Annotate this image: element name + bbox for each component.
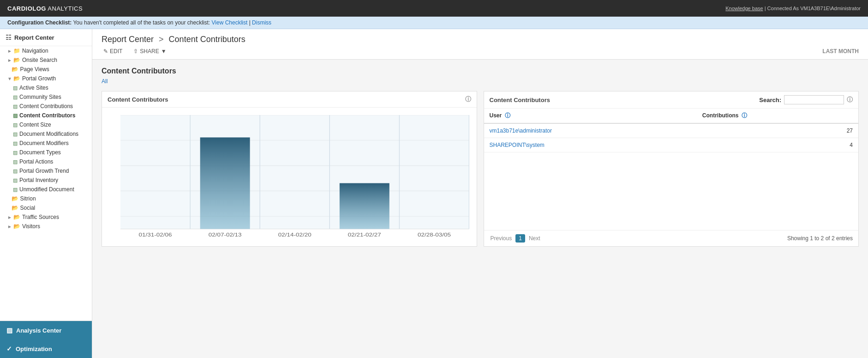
current-page[interactable]: 1 bbox=[515, 234, 525, 243]
sidebar: ☷ Report Center ► 📁 Navigation ► 📂 Onsit… bbox=[0, 29, 92, 358]
breadcrumb-current: Content Contributors bbox=[169, 35, 245, 44]
top-bar: CARDIOLOG ANALYTICS Knowledge base | Con… bbox=[0, 0, 868, 17]
toolbar: ✎ EDIT ⇧ SHARE ▼ LAST MONTH bbox=[102, 47, 859, 55]
sidebar-item-social[interactable]: 📂 Social bbox=[0, 203, 92, 212]
analysis-center-tab[interactable]: ▨ Analysis Center bbox=[0, 321, 92, 340]
sidebar-item-content-contributions[interactable]: ▨ Content Contributions bbox=[0, 102, 92, 111]
item-label: Community Sites bbox=[19, 94, 61, 100]
analysis-center-label: Analysis Center bbox=[16, 327, 61, 334]
table-row: vm1a3b71e\administrator 27 bbox=[484, 123, 859, 138]
folder-icon: 📂 bbox=[13, 75, 20, 82]
filter-row[interactable]: All bbox=[102, 78, 859, 85]
optimization-tab[interactable]: ✓ Optimization bbox=[0, 340, 92, 358]
sidebar-item-traffic-sources[interactable]: ► 📂 Traffic Sources bbox=[0, 212, 92, 222]
top-bar-right: Knowledge base | Connected As VM1A3B71E\… bbox=[725, 6, 861, 11]
chart-help-icon[interactable]: ⓘ bbox=[465, 95, 471, 103]
two-column-layout: Content Contributors ⓘ bbox=[102, 91, 859, 247]
expand-icon bbox=[7, 206, 10, 211]
sidebar-item-document-types[interactable]: ▨ Document Types bbox=[0, 148, 92, 157]
svg-text:02/07-02/13: 02/07-02/13 bbox=[209, 232, 242, 238]
expand-icon: ► bbox=[7, 215, 12, 220]
expand-icon bbox=[7, 196, 10, 201]
edit-button[interactable]: ✎ EDIT bbox=[102, 47, 124, 55]
search-input[interactable] bbox=[784, 95, 844, 104]
item-label: Active Sites bbox=[19, 85, 48, 91]
item-label: Sitrion bbox=[20, 195, 36, 202]
item-label: Portal Actions bbox=[19, 158, 53, 165]
chart-icon: ▨ bbox=[13, 159, 18, 165]
table-panel-header: Content Contributors Search: ⓘ bbox=[484, 91, 859, 109]
sidebar-item-portal-inventory[interactable]: ▨ Portal Inventory bbox=[0, 176, 92, 185]
sidebar-item-community-sites[interactable]: ▨ Community Sites bbox=[0, 92, 92, 102]
filter-value: All bbox=[102, 78, 108, 85]
item-label: Portal Inventory bbox=[19, 177, 58, 183]
next-page-button[interactable]: Next bbox=[528, 234, 541, 243]
svg-text:01/31-02/06: 01/31-02/06 bbox=[139, 232, 172, 238]
folder-icon: 📂 bbox=[12, 195, 18, 202]
sidebar-item-page-views[interactable]: 📂 Page Views bbox=[0, 65, 92, 74]
sidebar-item-active-sites[interactable]: ▨ Active Sites bbox=[0, 83, 92, 92]
chart-icon: ▨ bbox=[13, 94, 18, 100]
bar-chart-icon: ▨ bbox=[6, 327, 12, 334]
table-panel: Content Contributors Search: ⓘ User bbox=[484, 91, 859, 247]
item-label: Page Views bbox=[20, 66, 49, 73]
item-label: Document Types bbox=[19, 149, 61, 156]
table-panel-title: Content Contributors bbox=[490, 97, 550, 103]
chart-panel: Content Contributors ⓘ bbox=[102, 91, 477, 247]
item-label: Navigation bbox=[22, 48, 48, 54]
config-message: You haven't completed all of the tasks o… bbox=[73, 19, 211, 26]
svg-text:02/14-02/20: 02/14-02/20 bbox=[278, 232, 311, 238]
item-label: Portal Growth Trend bbox=[19, 168, 69, 174]
sidebar-item-portal-growth[interactable]: ▼ 📂 Portal Growth bbox=[0, 74, 92, 83]
contributors-table: User ⓘ Contributions ⓘ bbox=[484, 109, 859, 152]
content-area: Report Center > Content Contributors ✎ E… bbox=[92, 29, 868, 358]
sidebar-header: ☷ Report Center bbox=[0, 29, 92, 46]
sidebar-item-content-contributors[interactable]: ▨ Content Contributors bbox=[0, 111, 92, 120]
user-help-icon[interactable]: ⓘ bbox=[505, 112, 510, 119]
table-row: SHAREPOINT\system 4 bbox=[484, 138, 859, 152]
sidebar-item-unmodified-document[interactable]: ▨ Unmodified Document bbox=[0, 185, 92, 194]
expand-icon: ▼ bbox=[7, 76, 12, 81]
view-checklist-link[interactable]: View Checklist bbox=[212, 19, 248, 26]
search-label: Search: bbox=[759, 97, 781, 103]
user-link[interactable]: SHAREPOINT\system bbox=[490, 142, 545, 148]
sidebar-item-content-size[interactable]: ▨ Content Size bbox=[0, 120, 92, 129]
item-label: Visitors bbox=[22, 223, 40, 230]
sidebar-item-visitors[interactable]: ► 📂 Visitors bbox=[0, 222, 92, 231]
content-header: Report Center > Content Contributors ✎ E… bbox=[92, 29, 868, 60]
app-logo: CARDIOLOG ANALYTICS bbox=[7, 5, 83, 12]
breadcrumb-link[interactable]: Report Center bbox=[102, 35, 154, 44]
last-period-label: LAST MONTH bbox=[822, 48, 859, 55]
col-user-header: User ⓘ bbox=[484, 109, 697, 123]
folder-icon: 📂 bbox=[13, 223, 20, 230]
sidebar-item-document-modifications[interactable]: ▨ Document Modifications bbox=[0, 129, 92, 139]
folder-icon: 📂 bbox=[12, 205, 18, 211]
expand-icon: ► bbox=[7, 58, 12, 63]
contributions-help-icon[interactable]: ⓘ bbox=[742, 112, 747, 119]
col-contributions-header: Contributions ⓘ bbox=[697, 109, 858, 123]
contributions-cell: 4 bbox=[697, 138, 858, 152]
svg-rect-12 bbox=[120, 115, 469, 229]
breadcrumb-separator: > bbox=[159, 35, 164, 44]
sidebar-item-onsite-search[interactable]: ► 📂 Onsite Search bbox=[0, 55, 92, 65]
chart-svg: 2.5 2 1.5 1 0.5 0 bbox=[120, 115, 469, 242]
table-help-icon[interactable]: ⓘ bbox=[847, 96, 853, 104]
share-button[interactable]: ⇧ SHARE ▼ bbox=[132, 47, 168, 55]
knowledge-base-link[interactable]: Knowledge base bbox=[725, 6, 763, 11]
sidebar-item-document-modifiers[interactable]: ▨ Document Modifiers bbox=[0, 139, 92, 148]
chart-icon: ▨ bbox=[13, 187, 18, 193]
sidebar-item-portal-growth-trend[interactable]: ▨ Portal Growth Trend bbox=[0, 166, 92, 176]
entries-count: Showing 1 to 2 of 2 entries bbox=[787, 235, 853, 242]
chart-icon: ▨ bbox=[13, 168, 18, 174]
check-icon: ✓ bbox=[6, 345, 12, 352]
user-link[interactable]: vm1a3b71e\administrator bbox=[490, 127, 552, 134]
table-header-row: User ⓘ Contributions ⓘ bbox=[484, 109, 859, 123]
sidebar-tree: ► 📁 Navigation ► 📂 Onsite Search 📂 Page … bbox=[0, 46, 92, 321]
prev-page-button[interactable]: Previous bbox=[490, 234, 513, 243]
sidebar-item-navigation[interactable]: ► 📁 Navigation bbox=[0, 46, 92, 55]
sidebar-item-sitrion[interactable]: 📂 Sitrion bbox=[0, 194, 92, 203]
item-label: Social bbox=[20, 205, 36, 211]
config-label: Configuration Checklist: bbox=[7, 19, 72, 26]
dismiss-link[interactable]: Dismiss bbox=[252, 19, 271, 26]
sidebar-item-portal-actions[interactable]: ▨ Portal Actions bbox=[0, 157, 92, 166]
